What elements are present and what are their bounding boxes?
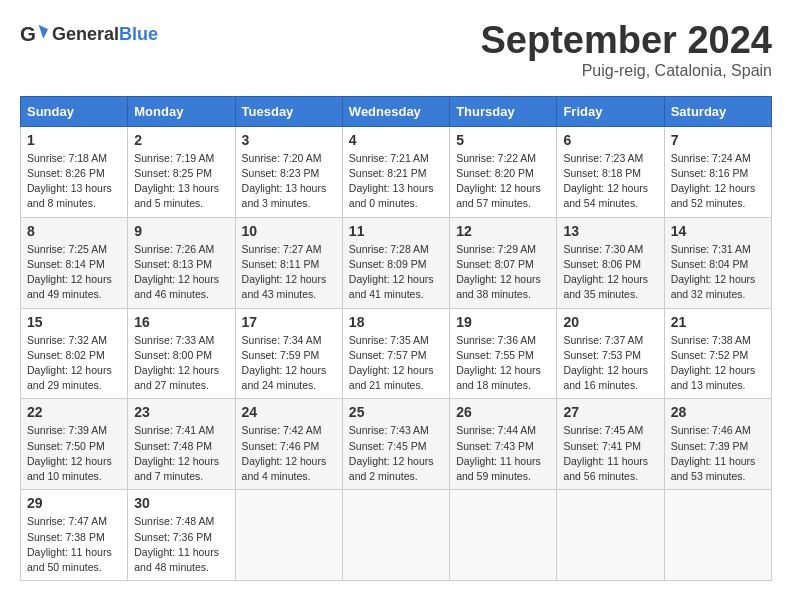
- day-info: Sunrise: 7:33 AMSunset: 8:00 PMDaylight:…: [134, 334, 219, 392]
- calendar-body: 1 Sunrise: 7:18 AMSunset: 8:26 PMDayligh…: [21, 126, 772, 580]
- day-info: Sunrise: 7:48 AMSunset: 7:36 PMDaylight:…: [134, 515, 219, 573]
- day-info: Sunrise: 7:44 AMSunset: 7:43 PMDaylight:…: [456, 424, 541, 482]
- day-number: 30: [134, 495, 228, 511]
- calendar-week-row: 29 Sunrise: 7:47 AMSunset: 7:38 PMDaylig…: [21, 490, 772, 581]
- day-number: 6: [563, 132, 657, 148]
- month-title: September 2024: [481, 20, 773, 62]
- day-number: 21: [671, 314, 765, 330]
- location-title: Puig-reig, Catalonia, Spain: [481, 62, 773, 80]
- day-info: Sunrise: 7:32 AMSunset: 8:02 PMDaylight:…: [27, 334, 112, 392]
- calendar-week-row: 15 Sunrise: 7:32 AMSunset: 8:02 PMDaylig…: [21, 308, 772, 399]
- calendar-day-cell: 7 Sunrise: 7:24 AMSunset: 8:16 PMDayligh…: [664, 126, 771, 217]
- calendar-day-cell: 18 Sunrise: 7:35 AMSunset: 7:57 PMDaylig…: [342, 308, 449, 399]
- calendar-day-cell: 2 Sunrise: 7:19 AMSunset: 8:25 PMDayligh…: [128, 126, 235, 217]
- calendar-table: Sunday Monday Tuesday Wednesday Thursday…: [20, 96, 772, 581]
- calendar-day-cell: 16 Sunrise: 7:33 AMSunset: 8:00 PMDaylig…: [128, 308, 235, 399]
- calendar-day-cell: 14 Sunrise: 7:31 AMSunset: 8:04 PMDaylig…: [664, 217, 771, 308]
- calendar-day-cell: 20 Sunrise: 7:37 AMSunset: 7:53 PMDaylig…: [557, 308, 664, 399]
- day-info: Sunrise: 7:21 AMSunset: 8:21 PMDaylight:…: [349, 152, 434, 210]
- calendar-day-cell: 6 Sunrise: 7:23 AMSunset: 8:18 PMDayligh…: [557, 126, 664, 217]
- calendar-day-cell: 3 Sunrise: 7:20 AMSunset: 8:23 PMDayligh…: [235, 126, 342, 217]
- day-number: 22: [27, 404, 121, 420]
- day-info: Sunrise: 7:45 AMSunset: 7:41 PMDaylight:…: [563, 424, 648, 482]
- day-number: 20: [563, 314, 657, 330]
- day-number: 2: [134, 132, 228, 148]
- calendar-day-cell: 9 Sunrise: 7:26 AMSunset: 8:13 PMDayligh…: [128, 217, 235, 308]
- logo-general: General: [52, 24, 119, 44]
- col-wednesday: Wednesday: [342, 96, 449, 126]
- calendar-day-cell: 26 Sunrise: 7:44 AMSunset: 7:43 PMDaylig…: [450, 399, 557, 490]
- day-number: 8: [27, 223, 121, 239]
- day-number: 23: [134, 404, 228, 420]
- day-info: Sunrise: 7:35 AMSunset: 7:57 PMDaylight:…: [349, 334, 434, 392]
- day-number: 1: [27, 132, 121, 148]
- day-info: Sunrise: 7:19 AMSunset: 8:25 PMDaylight:…: [134, 152, 219, 210]
- day-info: Sunrise: 7:18 AMSunset: 8:26 PMDaylight:…: [27, 152, 112, 210]
- day-number: 29: [27, 495, 121, 511]
- day-info: Sunrise: 7:25 AMSunset: 8:14 PMDaylight:…: [27, 243, 112, 301]
- day-info: Sunrise: 7:47 AMSunset: 7:38 PMDaylight:…: [27, 515, 112, 573]
- calendar-day-cell: 21 Sunrise: 7:38 AMSunset: 7:52 PMDaylig…: [664, 308, 771, 399]
- day-info: Sunrise: 7:23 AMSunset: 8:18 PMDaylight:…: [563, 152, 648, 210]
- calendar-day-cell: 10 Sunrise: 7:27 AMSunset: 8:11 PMDaylig…: [235, 217, 342, 308]
- day-info: Sunrise: 7:30 AMSunset: 8:06 PMDaylight:…: [563, 243, 648, 301]
- col-thursday: Thursday: [450, 96, 557, 126]
- day-number: 5: [456, 132, 550, 148]
- page-header: G GeneralBlue September 2024 Puig-reig, …: [20, 20, 772, 80]
- calendar-week-row: 8 Sunrise: 7:25 AMSunset: 8:14 PMDayligh…: [21, 217, 772, 308]
- day-number: 3: [242, 132, 336, 148]
- calendar-day-cell: 27 Sunrise: 7:45 AMSunset: 7:41 PMDaylig…: [557, 399, 664, 490]
- day-number: 26: [456, 404, 550, 420]
- calendar-day-cell: 30 Sunrise: 7:48 AMSunset: 7:36 PMDaylig…: [128, 490, 235, 581]
- calendar-day-cell: 17 Sunrise: 7:34 AMSunset: 7:59 PMDaylig…: [235, 308, 342, 399]
- calendar-day-cell: 8 Sunrise: 7:25 AMSunset: 8:14 PMDayligh…: [21, 217, 128, 308]
- day-info: Sunrise: 7:29 AMSunset: 8:07 PMDaylight:…: [456, 243, 541, 301]
- calendar-day-cell: 24 Sunrise: 7:42 AMSunset: 7:46 PMDaylig…: [235, 399, 342, 490]
- calendar-day-cell: [557, 490, 664, 581]
- day-info: Sunrise: 7:31 AMSunset: 8:04 PMDaylight:…: [671, 243, 756, 301]
- calendar-day-cell: [235, 490, 342, 581]
- calendar-day-cell: 11 Sunrise: 7:28 AMSunset: 8:09 PMDaylig…: [342, 217, 449, 308]
- calendar-week-row: 22 Sunrise: 7:39 AMSunset: 7:50 PMDaylig…: [21, 399, 772, 490]
- calendar-week-row: 1 Sunrise: 7:18 AMSunset: 8:26 PMDayligh…: [21, 126, 772, 217]
- day-info: Sunrise: 7:27 AMSunset: 8:11 PMDaylight:…: [242, 243, 327, 301]
- calendar-day-cell: 19 Sunrise: 7:36 AMSunset: 7:55 PMDaylig…: [450, 308, 557, 399]
- day-number: 15: [27, 314, 121, 330]
- day-info: Sunrise: 7:43 AMSunset: 7:45 PMDaylight:…: [349, 424, 434, 482]
- day-number: 12: [456, 223, 550, 239]
- calendar-day-cell: 12 Sunrise: 7:29 AMSunset: 8:07 PMDaylig…: [450, 217, 557, 308]
- calendar-day-cell: [342, 490, 449, 581]
- day-info: Sunrise: 7:41 AMSunset: 7:48 PMDaylight:…: [134, 424, 219, 482]
- calendar-day-cell: 28 Sunrise: 7:46 AMSunset: 7:39 PMDaylig…: [664, 399, 771, 490]
- day-info: Sunrise: 7:36 AMSunset: 7:55 PMDaylight:…: [456, 334, 541, 392]
- calendar-day-cell: 22 Sunrise: 7:39 AMSunset: 7:50 PMDaylig…: [21, 399, 128, 490]
- day-number: 24: [242, 404, 336, 420]
- calendar-day-cell: 23 Sunrise: 7:41 AMSunset: 7:48 PMDaylig…: [128, 399, 235, 490]
- title-area: September 2024 Puig-reig, Catalonia, Spa…: [481, 20, 773, 80]
- day-info: Sunrise: 7:38 AMSunset: 7:52 PMDaylight:…: [671, 334, 756, 392]
- svg-text:G: G: [20, 22, 36, 45]
- logo-blue: Blue: [119, 24, 158, 44]
- calendar-day-cell: 13 Sunrise: 7:30 AMSunset: 8:06 PMDaylig…: [557, 217, 664, 308]
- day-number: 4: [349, 132, 443, 148]
- calendar-day-cell: [450, 490, 557, 581]
- day-number: 28: [671, 404, 765, 420]
- day-number: 9: [134, 223, 228, 239]
- day-number: 7: [671, 132, 765, 148]
- col-monday: Monday: [128, 96, 235, 126]
- day-number: 14: [671, 223, 765, 239]
- day-number: 11: [349, 223, 443, 239]
- logo-icon: G: [20, 20, 48, 48]
- day-info: Sunrise: 7:42 AMSunset: 7:46 PMDaylight:…: [242, 424, 327, 482]
- svg-marker-1: [39, 25, 48, 39]
- col-tuesday: Tuesday: [235, 96, 342, 126]
- day-info: Sunrise: 7:39 AMSunset: 7:50 PMDaylight:…: [27, 424, 112, 482]
- day-info: Sunrise: 7:28 AMSunset: 8:09 PMDaylight:…: [349, 243, 434, 301]
- day-info: Sunrise: 7:46 AMSunset: 7:39 PMDaylight:…: [671, 424, 756, 482]
- day-info: Sunrise: 7:37 AMSunset: 7:53 PMDaylight:…: [563, 334, 648, 392]
- calendar-day-cell: 1 Sunrise: 7:18 AMSunset: 8:26 PMDayligh…: [21, 126, 128, 217]
- day-number: 10: [242, 223, 336, 239]
- col-friday: Friday: [557, 96, 664, 126]
- calendar-day-cell: 15 Sunrise: 7:32 AMSunset: 8:02 PMDaylig…: [21, 308, 128, 399]
- calendar-day-cell: 25 Sunrise: 7:43 AMSunset: 7:45 PMDaylig…: [342, 399, 449, 490]
